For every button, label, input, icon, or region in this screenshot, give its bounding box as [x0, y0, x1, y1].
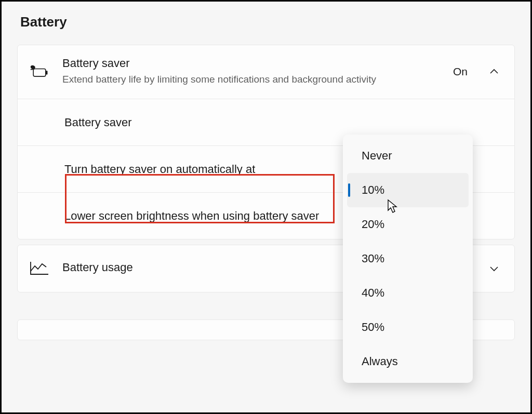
- battery-saver-toggle-label: Battery saver: [64, 114, 324, 131]
- chevron-down-icon[interactable]: [488, 263, 500, 274]
- dropdown-option-40[interactable]: 40%: [347, 276, 469, 310]
- battery-saver-title: Battery saver: [62, 57, 441, 70]
- dropdown-option-20[interactable]: 20%: [347, 207, 469, 242]
- chevron-up-icon[interactable]: [488, 66, 500, 77]
- dropdown-option-always[interactable]: Always: [347, 344, 469, 379]
- battery-saver-status: On: [453, 65, 468, 78]
- dropdown-option-30[interactable]: 30%: [347, 242, 469, 276]
- threshold-dropdown: Never 10% 20% 30% 40% 50% Always: [343, 135, 473, 383]
- cursor-icon: [387, 199, 398, 216]
- dropdown-option-50[interactable]: 50%: [347, 310, 469, 344]
- leaf-battery-icon: [29, 64, 50, 79]
- dropdown-option-10[interactable]: 10%: [347, 173, 469, 207]
- brightness-label: Lower screen brightness when using batte…: [64, 207, 324, 224]
- svg-rect-0: [33, 69, 46, 77]
- battery-saver-description: Extend battery life by limiting some not…: [62, 72, 441, 87]
- battery-saver-header[interactable]: Battery saver Extend battery life by lim…: [18, 45, 514, 99]
- auto-on-label: Turn battery saver on automatically at: [64, 161, 324, 178]
- page-title: Battery: [20, 14, 515, 30]
- dropdown-option-never[interactable]: Never: [347, 139, 469, 173]
- chart-icon: [29, 261, 50, 276]
- svg-rect-1: [46, 71, 48, 74]
